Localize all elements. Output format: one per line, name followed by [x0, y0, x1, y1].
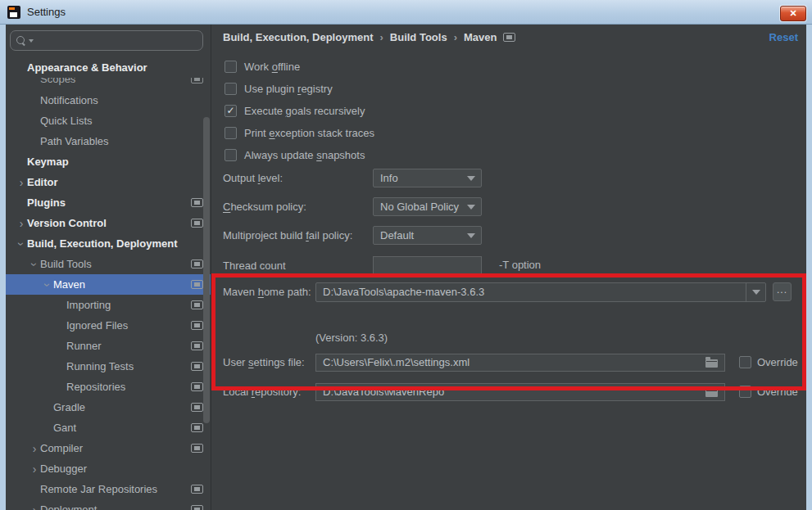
chevron-down-icon[interactable]: ›: [42, 279, 53, 291]
thread-count-input[interactable]: [373, 256, 482, 274]
checkbox[interactable]: [225, 127, 237, 139]
output-level-row: Output level: Info: [211, 169, 806, 188]
sidebar-item-scopes[interactable]: Scopes: [6, 78, 211, 90]
sidebar-item-label: Keymap: [27, 156, 69, 168]
checksum-policy-label: Checksum policy:: [223, 197, 306, 217]
chevron-down-icon: [467, 176, 475, 181]
sidebar-item-ignored-files[interactable]: Ignored Files: [6, 315, 211, 336]
folder-icon[interactable]: [705, 389, 718, 397]
chevron-right-icon[interactable]: ›: [29, 443, 40, 454]
sidebar-item-running-tests[interactable]: Running Tests: [6, 356, 211, 377]
folder-icon[interactable]: [705, 359, 718, 368]
sidebar-item-quick-lists[interactable]: Quick Lists: [6, 111, 211, 131]
fail-policy-dropdown[interactable]: Default: [373, 226, 482, 245]
sidebar-item-gradle[interactable]: Gradle: [6, 397, 211, 417]
sidebar-item-debugger[interactable]: ›Debugger: [6, 458, 211, 479]
sidebar-scrollbar[interactable]: [203, 117, 210, 423]
sidebar-item-plugins[interactable]: Plugins: [6, 192, 211, 213]
sidebar-item-importing[interactable]: Importing: [6, 295, 211, 315]
chevron-right-icon[interactable]: ›: [16, 177, 27, 188]
output-level-dropdown[interactable]: Info: [373, 169, 482, 187]
sidebar-item-path-variables[interactable]: Path Variables: [6, 131, 211, 151]
chevron-right-icon[interactable]: ›: [29, 504, 40, 510]
chevron-right-icon[interactable]: ›: [29, 463, 40, 475]
checkbox[interactable]: ✓: [225, 105, 237, 117]
checkbox-label: Use plugin registry: [244, 83, 333, 95]
sidebar-item-gant[interactable]: Gant: [6, 417, 211, 438]
override-checkbox[interactable]: [739, 356, 751, 368]
screen-icon: [191, 341, 203, 350]
screen-icon: [191, 300, 203, 309]
sidebar-item-build-execution-deployment[interactable]: ›Build, Execution, Deployment: [6, 233, 211, 254]
sidebar-item-label: Deployment: [40, 503, 97, 510]
breadcrumb-item-build-execution-deployment[interactable]: Build, Execution, Deployment: [223, 31, 373, 43]
sidebar-item-label: Plugins: [27, 196, 66, 209]
checksum-policy-dropdown[interactable]: No Global Policy: [373, 197, 482, 216]
screen-icon: [191, 198, 203, 207]
sidebar-item-build-tools[interactable]: ›Build Tools: [6, 254, 211, 274]
local-repo-row: Local repository: D:\JavaTools\MavenRepo…: [211, 383, 806, 403]
screen-icon: [191, 505, 203, 510]
checkbox[interactable]: [225, 149, 237, 161]
checkbox-row: Work offline: [225, 56, 374, 78]
sidebar-item-maven[interactable]: ›Maven: [6, 274, 211, 295]
sidebar-item-appearance-behavior[interactable]: Appearance & Behavior: [6, 57, 211, 78]
sidebar-item-label: Scopes: [40, 78, 75, 85]
output-level-label: Output level:: [223, 169, 283, 188]
chevron-down-icon: [467, 233, 475, 238]
chevron-down-icon[interactable]: ›: [29, 259, 40, 270]
sidebar-item-remote-jar-repositories[interactable]: Remote Jar Repositories: [6, 479, 211, 499]
sidebar-item-label: Path Variables: [40, 135, 109, 147]
sidebar-item-label: Compiler: [40, 442, 83, 454]
settings-dialog: Appearance & BehaviorScopesNotifications…: [6, 25, 806, 510]
sidebar-item-compiler[interactable]: ›Compiler: [6, 438, 211, 458]
user-settings-row: User settings file: C:\Users\Felix\.m2\s…: [211, 354, 806, 373]
sidebar-item-keymap[interactable]: Keymap: [6, 151, 211, 172]
maven-home-value: D:\JavaTools\apache-maven-3.6.3: [323, 286, 484, 298]
close-button[interactable]: ✕: [780, 6, 806, 21]
screen-icon: [191, 260, 203, 269]
breadcrumb-item-maven[interactable]: Maven: [464, 31, 497, 43]
sidebar-item-label: Editor: [27, 176, 58, 188]
checkbox[interactable]: [225, 61, 237, 73]
chevron-right-icon[interactable]: ›: [16, 218, 27, 229]
maven-settings-panel: Build, Execution, Deployment›Build Tools…: [211, 25, 806, 510]
breadcrumb: Build, Execution, Deployment›Build Tools…: [223, 31, 515, 43]
sidebar-item-notifications[interactable]: Notifications: [6, 90, 211, 111]
browse-button[interactable]: ...: [773, 282, 792, 301]
breadcrumb-separator: ›: [379, 31, 383, 43]
sidebar-item-repositories[interactable]: Repositories: [6, 377, 211, 397]
screen-icon: [191, 219, 203, 228]
screen-icon: [191, 362, 203, 371]
sidebar-item-runner[interactable]: Runner: [6, 336, 211, 356]
intellij-logo-icon: [7, 6, 20, 19]
thread-count-label: Thread count: [223, 256, 286, 276]
settings-tree: Appearance & BehaviorScopesNotifications…: [6, 57, 211, 510]
combobox-arrow[interactable]: [746, 283, 765, 301]
breadcrumb-separator: ›: [454, 31, 457, 43]
checkbox[interactable]: [225, 83, 237, 95]
override-checkbox[interactable]: [739, 386, 751, 398]
sidebar-item-label: Notifications: [40, 94, 98, 106]
chevron-down-icon[interactable]: ›: [16, 238, 27, 250]
breadcrumb-item-build-tools[interactable]: Build Tools: [390, 31, 447, 43]
sidebar-item-label: Gradle: [53, 401, 85, 413]
sidebar-item-label: Version Control: [27, 217, 107, 229]
fail-policy-row: Multiproject build fail policy: Default: [211, 226, 806, 246]
maven-home-combobox[interactable]: D:\JavaTools\apache-maven-3.6.3: [315, 282, 766, 302]
sidebar-item-deployment[interactable]: ›Deployment: [6, 499, 211, 510]
user-settings-field[interactable]: C:\Users\Felix\.m2\settings.xml: [315, 354, 725, 372]
checkbox-row: Print exception stack traces: [225, 122, 374, 144]
sidebar-item-label: Importing: [66, 299, 111, 311]
search-input[interactable]: [34, 35, 202, 47]
sidebar-item-version-control[interactable]: ›Version Control: [6, 213, 211, 233]
sidebar-item-editor[interactable]: ›Editor: [6, 172, 211, 192]
settings-search-box[interactable]: [10, 30, 203, 51]
reset-link[interactable]: Reset: [769, 31, 798, 43]
search-icon: [16, 36, 26, 46]
sidebar-item-label: Gant: [53, 422, 76, 434]
local-repo-field[interactable]: D:\JavaTools\MavenRepo: [315, 383, 725, 401]
checkbox-label: Print exception stack traces: [244, 127, 374, 139]
sidebar-item-label: Build Tools: [40, 258, 92, 270]
sidebar-item-label: Repositories: [66, 381, 125, 393]
